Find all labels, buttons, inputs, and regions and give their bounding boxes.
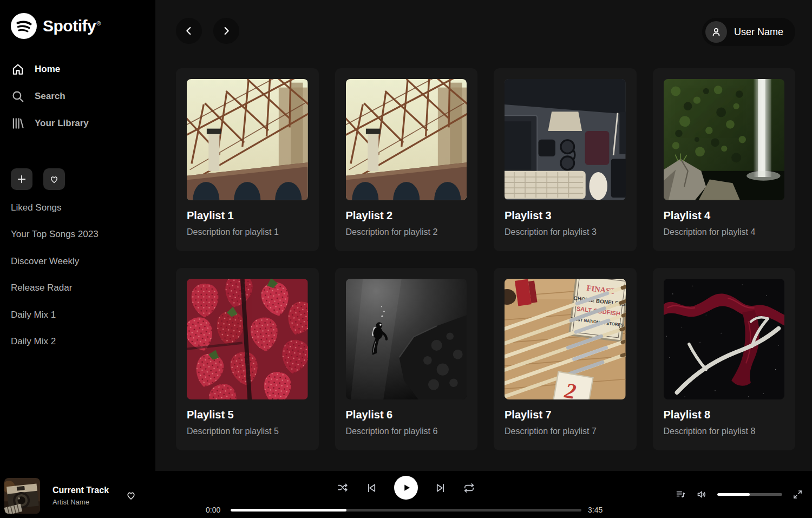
sidebar-playlist-discover-weekly[interactable]: Discover Weekly	[11, 248, 145, 275]
playlist-card-4[interactable]: Playlist 4 Description for playlist 4	[653, 68, 796, 251]
content-row: Spotify® Home Search	[0, 0, 812, 471]
playlist-grid: Playlist 1 Description for playlist 1	[176, 68, 795, 450]
sidebar-actions	[11, 168, 145, 190]
brand-wordmark: Spotify®	[43, 17, 101, 35]
sidebar-item-label: Home	[35, 64, 60, 75]
now-playing: Current Track Artist Name	[4, 478, 137, 514]
play-icon	[402, 483, 411, 493]
playlist-title: Playlist 6	[346, 409, 467, 421]
sidebar-item-label: Your Library	[35, 118, 89, 129]
playback-controls	[337, 476, 475, 500]
volume-icon	[696, 489, 708, 500]
playlist-card-5[interactable]: Playlist 5 Description for playlist 5	[176, 268, 319, 451]
plus-icon	[16, 174, 27, 185]
sidebar-playlist-daily-mix-2[interactable]: Daily Mix 2	[11, 329, 145, 356]
playlist-cover-art	[187, 279, 308, 400]
playlist-card-3[interactable]: Playlist 3 Description for playlist 3	[494, 68, 637, 251]
playlist-card-7[interactable]: FINAST CHOICE BONELESS SALT CODFISH FIRS…	[494, 268, 637, 451]
playlist-card-6[interactable]: Playlist 6 Description for playlist 6	[335, 268, 478, 451]
playlist-card-1[interactable]: Playlist 1 Description for playlist 1	[176, 68, 319, 251]
play-button[interactable]	[394, 476, 418, 500]
user-menu-button[interactable]: User Name	[702, 18, 795, 46]
main-content: User Name	[155, 0, 812, 471]
playlist-cover-art: FINAST CHOICE BONELESS SALT CODFISH FIRS…	[505, 279, 626, 400]
repeat-button[interactable]	[463, 482, 475, 494]
playlist-title: Playlist 7	[505, 409, 626, 421]
user-icon	[710, 26, 722, 38]
queue-button[interactable]	[675, 489, 686, 500]
previous-track-button[interactable]	[365, 482, 378, 494]
avatar	[705, 21, 727, 43]
playlist-description: Description for playlist 7	[505, 427, 626, 436]
spotify-app: Spotify® Home Search	[0, 0, 812, 518]
playlist-cover-art	[187, 79, 308, 200]
track-title: Current Track	[53, 486, 109, 495]
heart-icon	[125, 489, 137, 501]
shuffle-icon	[337, 482, 349, 494]
home-icon	[11, 62, 25, 76]
spotify-logo[interactable]: Spotify®	[11, 13, 145, 39]
topbar: User Name	[176, 0, 795, 46]
total-time: 3:45	[588, 506, 606, 514]
chevron-right-icon	[220, 25, 232, 37]
user-name: User Name	[734, 27, 783, 38]
progress-fill	[231, 509, 346, 512]
track-artist: Artist Name	[53, 498, 109, 506]
repeat-icon	[463, 482, 475, 494]
progress-bar[interactable]	[231, 509, 581, 512]
create-playlist-button[interactable]	[11, 168, 32, 190]
playlist-title: Playlist 8	[664, 409, 785, 421]
volume-fill	[717, 493, 750, 496]
progress-row: 0:00 3:45	[206, 506, 606, 514]
sidebar-playlist-release-radar[interactable]: Release Radar	[11, 275, 145, 302]
forward-button[interactable]	[213, 18, 239, 44]
spotify-logo-icon	[11, 13, 37, 39]
playlist-card-8[interactable]: Playlist 8 Description for playlist 8	[653, 268, 796, 451]
playlist-description: Description for playlist 8	[664, 427, 785, 436]
volume-slider[interactable]	[717, 493, 782, 496]
back-button[interactable]	[176, 18, 202, 44]
next-icon	[434, 482, 447, 494]
volume-button[interactable]	[696, 489, 708, 500]
playlist-description: Description for playlist 2	[346, 227, 467, 237]
playlist-card-2[interactable]: Playlist 2 Description for playlist 2	[335, 68, 478, 251]
playlist-title: Playlist 4	[664, 209, 785, 222]
search-icon	[11, 89, 25, 103]
queue-icon	[675, 489, 686, 500]
playlist-title: Playlist 1	[187, 209, 308, 222]
playlist-description: Description for playlist 1	[187, 227, 308, 237]
sidebar-item-home[interactable]: Home	[11, 56, 145, 83]
chevron-left-icon	[183, 25, 195, 37]
playlist-cover-art	[346, 79, 467, 200]
shuffle-button[interactable]	[337, 482, 349, 494]
elapsed-time: 0:00	[206, 506, 224, 514]
previous-icon	[365, 482, 378, 494]
player-bar: Current Track Artist Name	[0, 471, 812, 518]
sidebar-playlist-liked-songs[interactable]: Liked Songs	[11, 194, 145, 221]
next-track-button[interactable]	[434, 482, 447, 494]
sidebar-playlist-your-top-songs[interactable]: Your Top Songs 2023	[11, 221, 145, 248]
fullscreen-button[interactable]	[792, 489, 803, 500]
history-nav	[176, 18, 239, 44]
sidebar-nav: Home Search Your Library	[11, 56, 145, 137]
sidebar-item-your-library[interactable]: Your Library	[11, 110, 145, 137]
heart-icon	[49, 174, 60, 185]
playlist-description: Description for playlist 3	[505, 227, 626, 237]
album-art	[4, 478, 40, 514]
expand-icon	[792, 489, 803, 500]
playlist-description: Description for playlist 5	[187, 427, 308, 436]
playlist-title: Playlist 5	[187, 409, 308, 421]
sidebar-item-search[interactable]: Search	[11, 83, 145, 110]
like-track-button[interactable]	[125, 489, 137, 503]
playlist-cover-art	[505, 79, 626, 200]
library-icon	[11, 116, 25, 130]
liked-songs-button[interactable]	[43, 168, 65, 190]
sidebar-item-label: Search	[35, 91, 66, 102]
sidebar-playlist-list: Liked Songs Your Top Songs 2023 Discover…	[11, 194, 145, 355]
playlist-description: Description for playlist 4	[664, 227, 785, 237]
playlist-cover-art	[664, 79, 785, 200]
sidebar-playlist-daily-mix-1[interactable]: Daily Mix 1	[11, 301, 145, 329]
playlist-title: Playlist 3	[505, 209, 626, 222]
player-right-controls	[675, 471, 803, 518]
playlist-cover-art	[346, 279, 467, 400]
